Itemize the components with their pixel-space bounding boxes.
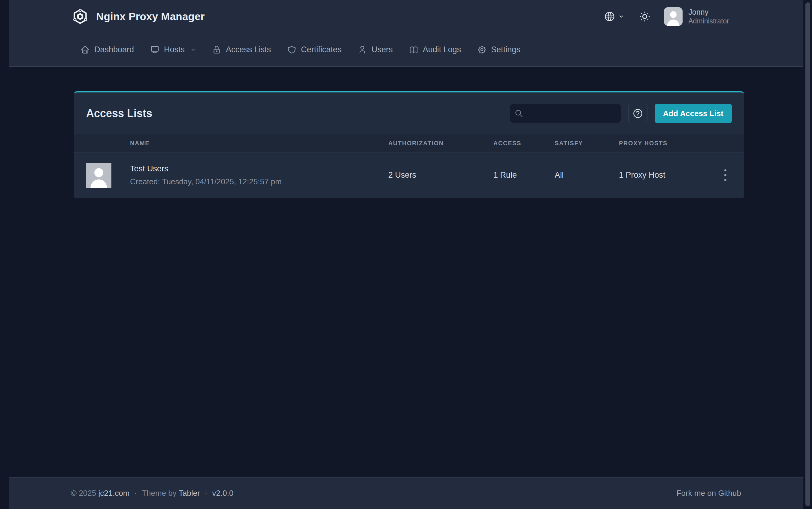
cell-authorization: 2 Users [388, 170, 493, 180]
nav-item-label: Audit Logs [423, 45, 461, 54]
row-avatar [86, 163, 130, 188]
shield-icon [287, 45, 296, 54]
cell-proxy-hosts: 1 Proxy Host [619, 170, 706, 180]
user-name: Jonny [689, 7, 729, 17]
main-nav: Dashboard Hosts Acc [9, 33, 803, 66]
top-panel: Nginx Proxy Manager [9, 0, 803, 67]
search-box [510, 104, 621, 123]
column-header-satisfy: SATISFY [555, 140, 619, 147]
book-icon [409, 45, 418, 54]
brand[interactable]: Nginx Proxy Manager [72, 8, 205, 25]
language-menu-button[interactable] [604, 11, 624, 22]
search-icon [514, 109, 523, 118]
nav-item-label: Certificates [301, 45, 342, 54]
globe-icon [604, 11, 615, 22]
theme-toggle-button[interactable] [639, 10, 651, 23]
nav-item-label: Dashboard [94, 45, 134, 54]
app-footer: © 2025 jc21.com · Theme by Tabler · v2.0… [9, 477, 803, 509]
nav-item-label: Hosts [164, 45, 185, 54]
add-access-list-button[interactable]: Add Access List [655, 104, 732, 123]
footer-separator: · [134, 488, 137, 498]
scrollbar[interactable] [805, 2, 810, 506]
nav-item-audit-logs[interactable]: Audit Logs [409, 45, 461, 54]
access-lists-card: Access Lists Add Access List NAME AUTH [74, 91, 744, 198]
cell-satisfy: All [555, 170, 619, 180]
nav-item-label: Access Lists [226, 45, 271, 54]
column-header-access: ACCESS [493, 140, 555, 147]
user-icon [358, 45, 367, 54]
app-title: Nginx Proxy Manager [96, 10, 205, 23]
nav-item-dashboard[interactable]: Dashboard [80, 45, 134, 54]
nav-item-label: Settings [491, 45, 520, 54]
search-input[interactable] [527, 109, 617, 118]
table-row: Test Users Created: Tuesday, 04/11/2025,… [74, 152, 744, 198]
help-icon [632, 108, 643, 119]
gear-icon [477, 45, 486, 54]
access-list-name-link[interactable]: Test Users [130, 164, 388, 173]
table-header: NAME AUTHORIZATION ACCESS SATISFY PROXY … [74, 134, 744, 152]
user-menu[interactable]: Jonny Administrator [664, 7, 729, 26]
nav-item-label: Users [371, 45, 393, 54]
footer-github-link[interactable]: Fork me on Github [677, 488, 741, 498]
column-header-proxy-hosts: PROXY HOSTS [619, 140, 706, 147]
page-title: Access Lists [86, 107, 510, 120]
home-icon [80, 45, 90, 54]
row-actions-kebab-icon[interactable] [722, 167, 729, 183]
column-header-name: NAME [130, 140, 388, 147]
user-role: Administrator [689, 17, 729, 26]
nav-item-users[interactable]: Users [358, 45, 393, 54]
lock-icon [212, 45, 221, 54]
footer-theme-link[interactable]: Tabler [179, 488, 200, 498]
footer-separator: · [205, 488, 207, 498]
nav-item-certificates[interactable]: Certificates [287, 45, 342, 54]
app-header: Nginx Proxy Manager [9, 0, 803, 33]
column-header-authorization: AUTHORIZATION [388, 140, 493, 147]
sun-icon [639, 10, 651, 23]
access-list-created: Created: Tuesday, 04/11/2025, 12:25:57 p… [130, 177, 388, 186]
nav-item-hosts[interactable]: Hosts [150, 45, 196, 54]
chevron-down-icon [618, 13, 624, 20]
footer-version: v2.0.0 [212, 488, 234, 498]
footer-site-link[interactable]: jc21.com [98, 488, 129, 498]
user-avatar [664, 7, 683, 26]
nav-item-settings[interactable]: Settings [477, 45, 520, 54]
footer-copyright: © 2025 [71, 488, 96, 498]
help-button[interactable] [628, 104, 647, 123]
footer-theme-prefix: Theme by [142, 488, 176, 498]
npm-logo-icon [72, 8, 88, 25]
cell-access: 1 Rule [493, 170, 555, 180]
monitor-icon [150, 45, 159, 54]
chevron-down-icon [190, 47, 196, 53]
nav-item-access-lists[interactable]: Access Lists [212, 45, 271, 54]
